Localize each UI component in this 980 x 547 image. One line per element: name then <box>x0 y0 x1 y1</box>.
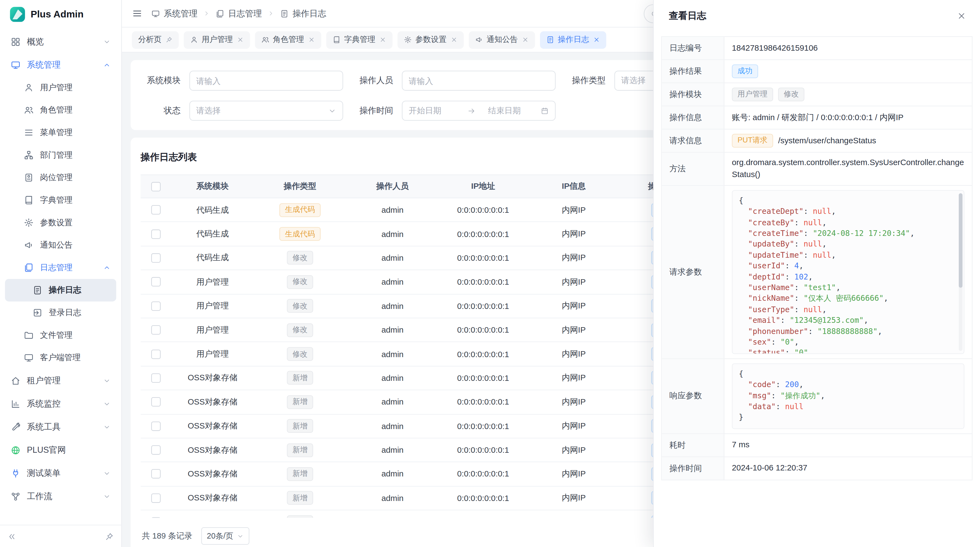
cell-ip-info: 内网IP <box>527 420 620 432</box>
filter-type-label: 操作类型 <box>566 75 606 86</box>
row-checkbox[interactable] <box>151 421 160 431</box>
users-icon <box>261 36 269 44</box>
tab-param-settings[interactable]: 参数设置 <box>397 31 463 48</box>
sidebar-item-system-management[interactable]: 系统管理 <box>5 53 116 76</box>
row-checkbox[interactable] <box>151 205 160 214</box>
close-icon[interactable] <box>379 36 386 43</box>
view-log-drawer: 查看日志 日志编号 1842781986426159106 操作结果 成功 操作… <box>653 0 980 547</box>
cell-operator: admin <box>346 254 439 263</box>
close-icon[interactable] <box>957 11 966 20</box>
globe-icon <box>11 445 21 455</box>
pin-sidebar-icon[interactable] <box>105 532 114 541</box>
hamburger-menu-icon[interactable] <box>132 8 142 19</box>
breadcrumb: 系统管理 日志管理 操作日志 <box>151 8 326 19</box>
breadcrumb-operation-log[interactable]: 操作日志 <box>280 8 326 19</box>
breadcrumb-system[interactable]: 系统管理 <box>151 8 197 19</box>
pin-icon[interactable] <box>165 36 172 43</box>
response-params-json: { "code": 200, "msg": "操作成功", "data": nu… <box>732 363 964 429</box>
cell-ip: 0:0:0:0:0:0:0:1 <box>439 277 527 287</box>
row-checkbox[interactable] <box>151 254 160 263</box>
sidebar-item-post-management[interactable]: 岗位管理 <box>5 166 116 189</box>
close-icon[interactable] <box>593 36 600 43</box>
logo[interactable]: Plus Admin <box>0 0 121 29</box>
column-header-type[interactable]: 操作类型 <box>254 181 345 192</box>
cell-ip-info: 内网IP <box>527 228 620 239</box>
tab-notice[interactable]: 通知公告 <box>468 31 535 48</box>
tab-operation-log[interactable]: 操作日志 <box>540 31 606 48</box>
cell-ip-info: 内网IP <box>527 493 620 504</box>
cell-ip-info: 内网IP <box>527 204 620 215</box>
breadcrumb-log[interactable]: 日志管理 <box>216 8 262 19</box>
tab-dict-management[interactable]: 字典管理 <box>326 31 392 48</box>
row-checkbox[interactable] <box>151 373 160 383</box>
row-checkbox[interactable] <box>151 493 160 502</box>
chevron-up-icon <box>103 61 111 69</box>
sidebar-item-plus-website[interactable]: PLUS官网 <box>5 438 116 461</box>
column-header-operator[interactable]: 操作人员 <box>346 181 439 192</box>
row-checkbox[interactable] <box>151 277 160 287</box>
sidebar-item-notice[interactable]: 通知公告 <box>5 234 116 257</box>
list-icon <box>24 128 34 137</box>
sidebar-item-login-log[interactable]: 登录日志 <box>5 301 116 324</box>
cell-module: OSS对象存储 <box>171 493 255 504</box>
tab-user-management[interactable]: 用户管理 <box>183 31 250 48</box>
column-header-ip-info[interactable]: IP信息 <box>527 181 620 192</box>
field-label: 操作信息 <box>662 106 724 129</box>
row-checkbox[interactable] <box>151 445 160 455</box>
sidebar-item-overview[interactable]: 概览 <box>5 30 116 53</box>
sidebar-item-file-management[interactable]: 文件管理 <box>5 324 116 346</box>
sidebar-item-workflow[interactable]: 工作流 <box>5 485 116 508</box>
date-range-picker[interactable]: 开始日期 结束日期 <box>402 101 555 121</box>
sidebar-item-operation-log[interactable]: 操作日志 <box>5 279 116 301</box>
chevron-down-icon <box>103 423 111 431</box>
row-checkbox[interactable] <box>151 397 160 407</box>
row-checkbox[interactable] <box>151 349 160 359</box>
sidebar-item-dept-management[interactable]: 部门管理 <box>5 144 116 166</box>
row-checkbox[interactable] <box>151 517 160 518</box>
close-icon[interactable] <box>308 36 315 43</box>
sidebar-item-client-management[interactable]: 客户端管理 <box>5 346 116 369</box>
module-input[interactable] <box>189 70 343 91</box>
sidebar-item-menu-management[interactable]: 菜单管理 <box>5 121 116 144</box>
sidebar-item-system-tools[interactable]: 系统工具 <box>5 415 116 438</box>
collapse-sidebar-icon[interactable] <box>8 532 16 541</box>
field-label: 请求信息 <box>662 129 724 152</box>
page-size-select[interactable]: 20条/页 <box>201 527 250 545</box>
cell-operator: admin <box>346 349 439 359</box>
select-all-checkbox[interactable] <box>151 182 160 191</box>
sidebar-item-dict-management[interactable]: 字典管理 <box>5 189 116 211</box>
filter-operator: 操作人员 <box>353 70 555 91</box>
scrollbar[interactable] <box>959 193 963 351</box>
row-checkbox[interactable] <box>151 230 160 239</box>
sidebar-item-user-management[interactable]: 用户管理 <box>5 76 116 99</box>
tab-role-management[interactable]: 角色管理 <box>255 31 321 48</box>
column-header-module[interactable]: 系统模块 <box>171 181 255 192</box>
sidebar-item-log-management[interactable]: 日志管理 <box>5 256 116 279</box>
scrollbar-thumb[interactable] <box>959 193 963 288</box>
sidebar-item-role-management[interactable]: 角色管理 <box>5 99 116 121</box>
close-icon[interactable] <box>450 36 457 43</box>
operator-input[interactable] <box>402 70 555 91</box>
http-method-tag: PUT请求 <box>732 134 773 148</box>
sidebar-item-test-menu[interactable]: 测试菜单 <box>5 461 116 485</box>
sidebar-item-system-monitor[interactable]: 系统监控 <box>5 392 116 415</box>
row-checkbox[interactable] <box>151 301 160 311</box>
close-icon[interactable] <box>237 36 243 43</box>
detail-row-duration: 耗时 7 ms <box>662 434 972 457</box>
cell-ip-info: 内网IP <box>527 252 620 263</box>
login-icon <box>32 308 43 318</box>
megaphone-icon <box>24 240 34 250</box>
close-icon[interactable] <box>522 36 528 43</box>
request-params-json[interactable]: { "createDept": null, "createBy": null, … <box>732 190 964 354</box>
op-time-value: 2024-10-06 12:20:37 <box>724 457 972 480</box>
status-select[interactable]: 请选择 <box>189 101 343 121</box>
row-checkbox[interactable] <box>151 325 160 335</box>
tab-analysis[interactable]: 分析页 <box>132 31 178 48</box>
cell-operator: admin <box>346 277 439 287</box>
field-label: 耗时 <box>662 434 724 456</box>
column-header-ip[interactable]: IP地址 <box>439 181 527 192</box>
row-checkbox[interactable] <box>151 469 160 478</box>
cell-module: 代码生成 <box>171 252 255 263</box>
sidebar-item-tenant-management[interactable]: 租户管理 <box>5 369 116 392</box>
sidebar-item-param-settings[interactable]: 参数设置 <box>5 211 116 234</box>
